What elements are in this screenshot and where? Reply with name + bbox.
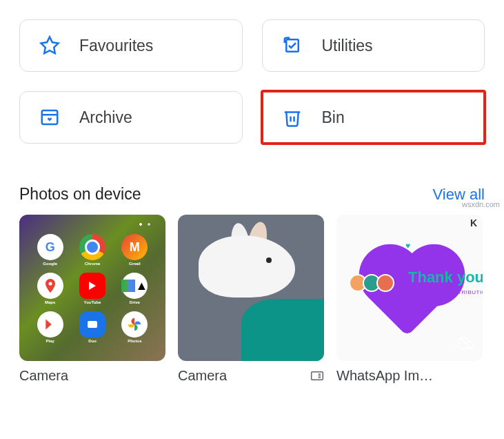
photos-icon [121,311,148,338]
corner-letter: K [470,217,477,228]
svg-marker-0 [41,37,59,54]
maps-icon [37,273,63,299]
utilities-label: Utilities [322,37,373,55]
svg-rect-7 [312,371,323,380]
cloud-off-icon [455,335,476,354]
album-thumbnail [178,215,324,361]
album-title: Camera [178,368,227,384]
album-title: WhatsApp Im… [336,368,433,384]
gmail-icon: M [121,234,148,260]
drive-icon: ▲ [121,273,148,299]
section-title: Photos on device [19,185,141,204]
album-camera-2[interactable]: Camera [178,215,324,384]
star-icon [39,35,60,56]
bin-label: Bin [322,108,345,127]
youtube-icon [79,273,105,299]
watermark: wsxdn.com [462,200,500,208]
album-camera-1[interactable]: G M ▲ Camera [19,215,165,384]
favourites-button[interactable]: Favourites [19,19,243,72]
section-header: Photos on device View all [19,185,485,204]
duo-icon [79,311,105,338]
archive-label: Archive [79,108,132,127]
bin-button[interactable]: Bin [262,91,485,144]
favourites-label: Favourites [79,37,153,55]
utilities-button[interactable]: Utilities [262,19,485,72]
trash-icon [282,107,303,128]
archive-button[interactable]: Archive [19,91,243,144]
album-thumbnail: K ♥ ♥ Thank you FOR YOUR CONTRIBUTION! [336,215,483,361]
album-whatsapp[interactable]: K ♥ ♥ Thank you FOR YOUR CONTRIBUTION! W… [336,215,483,384]
album-thumbnail: G M ▲ [19,215,165,361]
album-title: Camera [19,368,68,384]
thank-you-text: Thank you [408,269,483,286]
play-icon [37,311,63,338]
google-icon: G [37,234,63,260]
sd-card-icon [310,371,324,382]
svg-rect-2 [42,110,58,124]
contribution-text: FOR YOUR CONTRIBUTION! [411,289,483,295]
svg-point-6 [48,282,52,286]
chrome-icon [79,234,105,260]
archive-icon [39,107,60,128]
utilities-icon [282,35,303,56]
albums-row: G M ▲ Camera Camera [19,215,485,384]
